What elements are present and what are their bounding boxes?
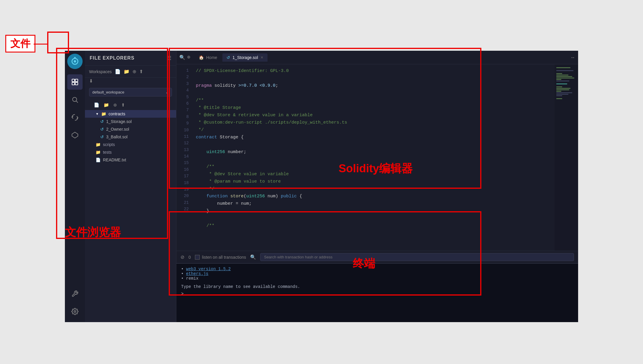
wrench-activity-icon[interactable] bbox=[67, 286, 83, 301]
outer-container: FILE EXPLORERS ☰ Workspaces 📄 📁 ⊕ ⬆ ⬇ de… bbox=[0, 0, 643, 364]
settings-activity-icon[interactable] bbox=[67, 304, 83, 319]
annotation-file-arrow bbox=[34, 44, 48, 45]
minimap-content bbox=[555, 64, 578, 103]
annotation-editor-label: Solidity编辑器 bbox=[339, 161, 413, 176]
annotation-file-label: 文件 bbox=[5, 35, 35, 53]
code-line-19: number = num; bbox=[196, 200, 550, 207]
svg-point-11 bbox=[74, 311, 76, 312]
editor-more-icon[interactable]: ↔ bbox=[570, 55, 575, 60]
annotation-editor-box bbox=[169, 48, 481, 189]
annotation-terminal-box bbox=[169, 211, 481, 296]
minimap bbox=[555, 64, 578, 251]
annotation-explorer-label: 文件浏览器 bbox=[65, 225, 121, 240]
annotation-terminal-label: 终端 bbox=[353, 256, 375, 271]
annotation-explorer-box bbox=[56, 48, 168, 239]
code-line-18: function store(uint256 num) public { bbox=[196, 193, 550, 200]
